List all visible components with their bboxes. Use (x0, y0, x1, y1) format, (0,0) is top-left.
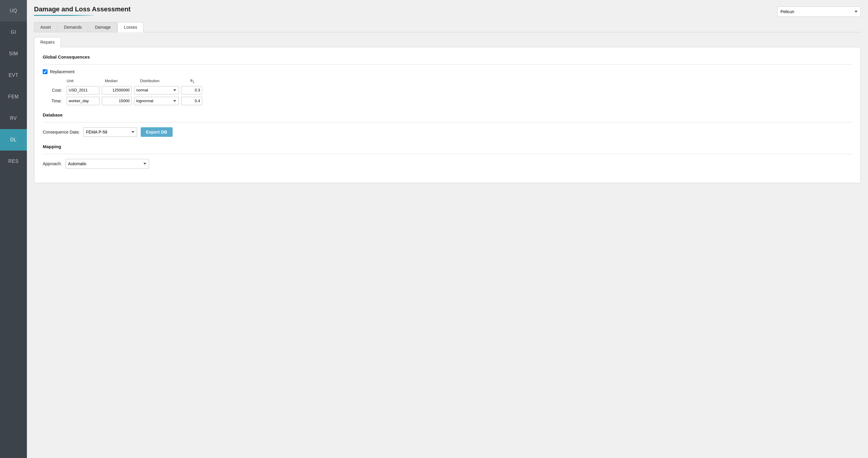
header-title-section: Damage and Loss Assessment (34, 5, 130, 16)
mapping-row: Approach: Automatic Manual None (43, 159, 852, 169)
sub-tabs-row: Repairs (34, 37, 861, 47)
cost-theta-input[interactable] (181, 86, 202, 94)
consequence-row-time: Time: normal lognormal N/A (43, 97, 852, 105)
sidebar: UQ GI SIM EVT FEM RV DL RES (0, 0, 27, 458)
tab-demands[interactable]: Demands (58, 22, 88, 32)
consequence-table: Unit Median Distribution θ1 Cost: normal… (43, 78, 852, 105)
losses-panel: Repairs Global Consequences Replacement (34, 32, 861, 458)
header-underline (34, 15, 94, 16)
sidebar-item-res[interactable]: RES (0, 151, 27, 172)
header: Damage and Loss Assessment Pelicun OpenQ… (27, 0, 868, 17)
mapping-section: Mapping Approach: Automatic Manual None (43, 144, 852, 169)
database-title: Database (43, 112, 852, 117)
consequence-data-label: Consequence Data: (43, 130, 80, 134)
content-area: Global Consequences Replacement Unit M (34, 47, 861, 183)
cost-unit-input[interactable] (67, 86, 99, 94)
database-row: Consequence Data: FEMA P-58 Hazus MH EQ … (43, 127, 852, 137)
col-header-theta: θ1 (190, 78, 214, 84)
sidebar-item-sim[interactable]: SIM (0, 43, 27, 64)
main-content: Damage and Loss Assessment Pelicun OpenQ… (27, 0, 868, 458)
sidebar-item-fem[interactable]: FEM (0, 86, 27, 108)
consequence-header-row: Unit Median Distribution θ1 (43, 78, 852, 84)
sidebar-item-rv[interactable]: RV (0, 108, 27, 129)
time-theta-input[interactable] (181, 97, 202, 105)
tab-damage[interactable]: Damage (89, 22, 117, 32)
page-title: Damage and Loss Assessment (34, 5, 130, 13)
sub-tab-repairs[interactable]: Repairs (34, 37, 61, 47)
mapping-title: Mapping (43, 144, 852, 149)
consequence-data-select[interactable]: FEMA P-58 Hazus MH EQ None (83, 127, 137, 137)
sidebar-item-gi[interactable]: GI (0, 22, 27, 43)
replacement-row: Replacement (43, 69, 852, 74)
global-consequences-title: Global Consequences (43, 54, 852, 59)
time-distribution-select[interactable]: normal lognormal N/A (134, 97, 179, 105)
time-median-input[interactable] (102, 97, 132, 105)
tab-losses[interactable]: Losses (118, 22, 143, 32)
approach-label: Approach: (43, 161, 62, 166)
replacement-checkbox[interactable] (43, 69, 48, 74)
tabs-row: Asset Demands Damage Losses (34, 22, 861, 32)
col-header-unit: Unit (67, 79, 102, 83)
global-consequences-section: Global Consequences Replacement Unit M (43, 54, 852, 105)
cost-median-input[interactable] (102, 86, 132, 94)
database-section: Database Consequence Data: FEMA P-58 Haz… (43, 112, 852, 137)
col-header-distribution: Distribution (140, 79, 188, 83)
cost-label: Cost: (43, 88, 64, 93)
approach-select[interactable]: Automatic Manual None (65, 159, 149, 169)
cost-distribution-select[interactable]: normal lognormal N/A (134, 86, 179, 94)
tab-asset[interactable]: Asset (34, 22, 57, 32)
tool-selector[interactable]: Pelicun OpenQuake Other (777, 7, 861, 17)
col-header-median: Median (105, 79, 138, 83)
time-label: Time: (43, 99, 64, 103)
consequence-row-cost: Cost: normal lognormal N/A (43, 86, 852, 94)
sidebar-item-dl[interactable]: DL (0, 129, 27, 151)
tool-selector-wrap: Pelicun OpenQuake Other (777, 7, 861, 17)
sidebar-item-uq[interactable]: UQ (0, 0, 27, 22)
replacement-label: Replacement (50, 69, 75, 74)
replacement-checkbox-wrap[interactable]: Replacement (43, 69, 75, 74)
export-db-button[interactable]: Export DB (141, 127, 173, 137)
sidebar-item-evt[interactable]: EVT (0, 64, 27, 86)
time-unit-input[interactable] (67, 97, 99, 105)
